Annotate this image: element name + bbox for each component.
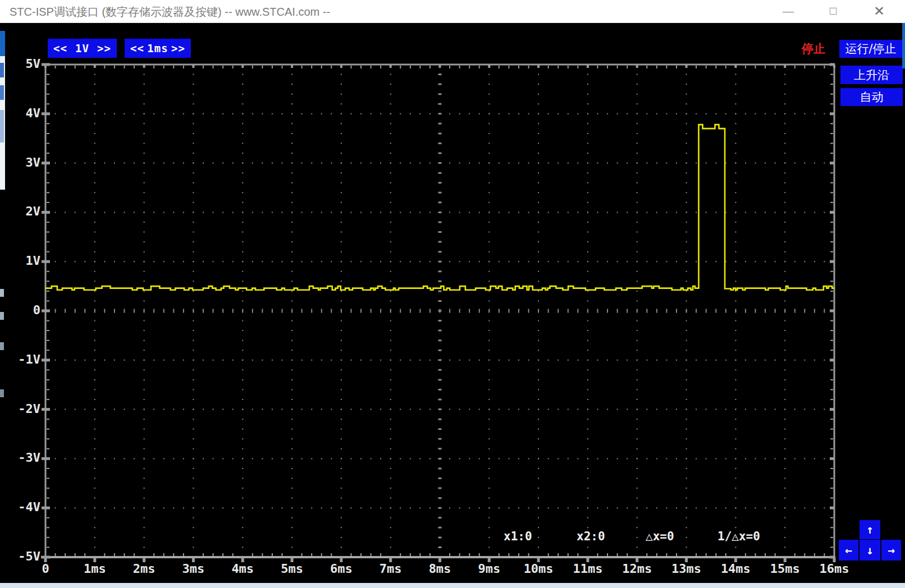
x-axis-tick-label: 10ms: [513, 562, 564, 576]
rising-edge-trigger-button[interactable]: 上升沿: [840, 66, 903, 84]
y-axis-tick-label: 4V: [3, 106, 40, 120]
background-window-fragment: [0, 31, 5, 56]
time-scale-value: 1ms: [147, 42, 168, 54]
scroll-right-button[interactable]: →: [881, 540, 901, 561]
background-window-fragment: [0, 110, 4, 143]
y-axis-tick-label: 2V: [3, 204, 40, 218]
y-axis-tick-label: 5V: [3, 57, 40, 71]
background-window-fragment: [0, 312, 4, 320]
background-window-fragment: [0, 289, 4, 297]
time-scale-increase[interactable]: >>: [171, 42, 185, 54]
x-axis-tick-label: 16ms: [809, 562, 860, 576]
y-axis-tick-label: 3V: [3, 155, 40, 169]
y-axis-tick-label: -1V: [3, 352, 40, 366]
scroll-up-button[interactable]: ↑: [860, 520, 880, 539]
cursor-x2-readout: x2:0: [577, 530, 605, 543]
x-axis-tick-label: 6ms: [316, 562, 367, 576]
y-axis-tick-label: 0: [3, 303, 40, 317]
y-axis-tick-label: -3V: [3, 451, 40, 465]
title-bar: STC-ISP调试接口 (数字存储示波器及按键) -- www.STCAI.co…: [0, 0, 905, 23]
background-window-fragment: [0, 583, 905, 588]
minimize-button[interactable]: —: [775, 0, 801, 22]
cursor-x1-readout: x1:0: [504, 530, 532, 543]
inverse-delta-x-readout: 1/△x=0: [717, 530, 760, 543]
x-axis-tick-label: 1ms: [70, 562, 120, 576]
y-axis-tick-label: -2V: [3, 402, 40, 416]
volt-scale-decrease[interactable]: <<: [53, 42, 67, 54]
maximize-button[interactable]: ☐: [820, 0, 846, 22]
x-axis-tick-label: 13ms: [661, 562, 712, 576]
close-button[interactable]: ✕: [866, 0, 892, 22]
y-axis-tick-label: -4V: [3, 500, 40, 514]
waveform-trace: [45, 125, 834, 290]
x-axis-tick-label: 11ms: [563, 562, 613, 576]
x-axis-tick-label: 2ms: [119, 562, 170, 576]
x-axis-tick-label: 0: [20, 562, 71, 576]
x-axis-tick-label: 8ms: [415, 562, 465, 576]
x-axis-tick-label: 5ms: [267, 562, 317, 576]
x-axis-tick-label: 12ms: [612, 562, 662, 576]
y-axis-tick-label: 1V: [3, 254, 40, 268]
status-stopped-label: 停止: [797, 41, 825, 57]
background-window-fragment: [0, 342, 4, 350]
run-stop-button[interactable]: 运行/停止: [839, 40, 902, 58]
window-title: STC-ISP调试接口 (数字存储示波器及按键) -- www.STCAI.co…: [10, 0, 330, 22]
x-axis-tick-label: 7ms: [365, 562, 416, 576]
volt-scale-value: 1V: [75, 42, 89, 54]
x-axis-tick-label: 15ms: [760, 562, 810, 576]
time-scale-button[interactable]: << 1ms >>: [125, 39, 191, 58]
background-window-fragment: [0, 63, 4, 77]
delta-x-readout: △x=0: [646, 530, 674, 543]
background-window-fragment: [0, 85, 4, 100]
app-window: x1:0 x2:0 △x=0 1/△x=0 5V4V3V2V1V0-1V-2V-…: [0, 0, 905, 588]
time-scale-decrease[interactable]: <<: [130, 42, 144, 54]
volt-scale-button[interactable]: << 1V >>: [48, 39, 117, 58]
volt-scale-increase[interactable]: >>: [97, 42, 111, 54]
background-window-fragment: [0, 389, 4, 397]
oscilloscope-display[interactable]: [0, 0, 905, 588]
x-axis-tick-label: 14ms: [710, 562, 761, 576]
auto-button[interactable]: 自动: [840, 88, 903, 106]
x-axis-tick-label: 3ms: [168, 562, 218, 576]
scroll-left-button[interactable]: ←: [839, 540, 858, 561]
background-window-fragment: [902, 20, 905, 68]
x-axis-tick-label: 9ms: [464, 562, 514, 576]
x-axis-tick-label: 4ms: [217, 562, 268, 576]
scroll-down-button[interactable]: ↓: [860, 540, 880, 561]
